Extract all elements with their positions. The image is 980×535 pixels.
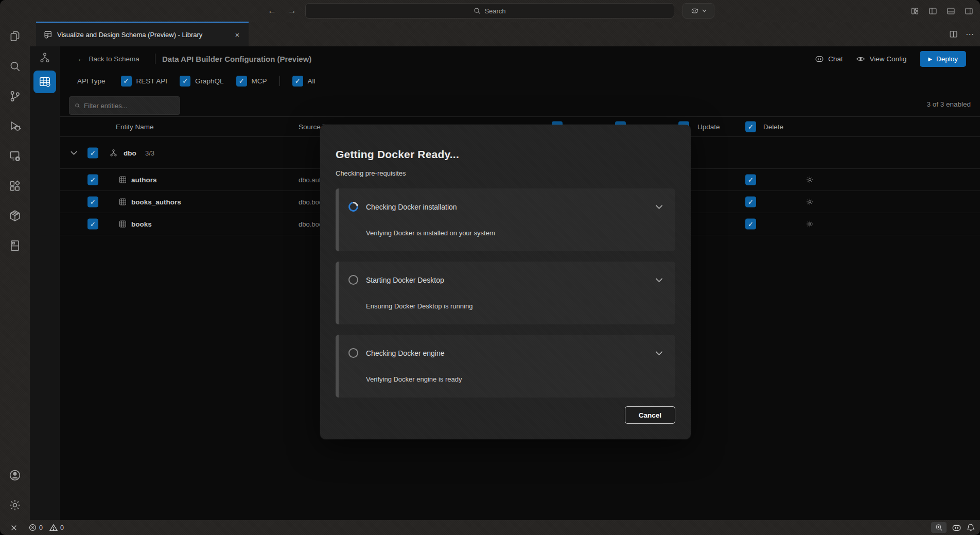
step-detail: Verifying Docker engine is ready (366, 375, 663, 383)
activity-bar (0, 22, 30, 520)
step-docker-installation[interactable]: Checking Docker installation Verifying D… (336, 188, 675, 251)
docker-ready-dialog: Getting Docker Ready... Checking pre-req… (320, 125, 691, 439)
history-forward-button[interactable]: → (288, 6, 296, 16)
remote-indicator-icon[interactable] (7, 524, 21, 531)
all-checkbox[interactable]: ✓ (292, 76, 303, 87)
command-center-search[interactable]: Search (305, 3, 674, 19)
page-header: ← Back to Schema Data API Builder Config… (60, 46, 980, 71)
dialog-subtitle: Checking pre-requisites (336, 169, 675, 177)
deploy-label: Deploy (936, 55, 958, 63)
dialog-title: Getting Docker Ready... (336, 148, 675, 161)
zoom-in-icon[interactable] (931, 522, 947, 533)
delete-checkbox[interactable]: ✓ (745, 175, 756, 185)
cancel-button[interactable]: Cancel (625, 406, 675, 424)
search-icon (75, 102, 80, 109)
entity-filter-input[interactable] (84, 102, 174, 110)
step-docker-engine[interactable]: Checking Docker engine Verifying Docker … (336, 335, 675, 398)
step-detail: Ensuring Docker Desktop is running (366, 302, 663, 310)
containers-icon[interactable] (0, 201, 30, 231)
row-settings-gear-icon[interactable] (806, 198, 814, 206)
table-icon (118, 176, 127, 184)
graphql-checkbox[interactable]: ✓ (180, 76, 190, 87)
back-arrow-icon: ← (77, 55, 84, 63)
table-icon (118, 198, 127, 206)
notifications-bell-icon[interactable] (967, 523, 975, 532)
table-icon (118, 220, 127, 229)
search-icon[interactable] (0, 51, 30, 81)
collapse-chevron-icon[interactable] (71, 150, 77, 155)
row-checkbox[interactable]: ✓ (87, 175, 98, 185)
warning-icon (49, 524, 58, 531)
delete-checkbox[interactable]: ✓ (745, 219, 756, 230)
filter-divider (279, 76, 280, 86)
run-and-debug-icon[interactable] (0, 111, 30, 141)
warning-count: 0 (60, 524, 64, 531)
filter-mcp[interactable]: ✓ MCP (236, 76, 267, 87)
entity-name: authors (131, 176, 157, 184)
step-title: Starting Docker Desktop (366, 276, 444, 284)
delete-all-checkbox[interactable]: ✓ (745, 122, 756, 132)
database-projects-icon[interactable] (0, 231, 30, 261)
graphql-label: GraphQL (195, 77, 224, 85)
mcp-label: MCP (252, 77, 267, 85)
table-configuration-icon[interactable] (33, 71, 56, 93)
split-editor-icon[interactable] (948, 29, 958, 39)
explorer-icon[interactable] (0, 22, 30, 51)
remote-explorer-icon[interactable] (0, 141, 30, 171)
row-settings-gear-icon[interactable] (806, 176, 814, 184)
tab-bar: Visualize and Design Schema (Preview) - … (30, 22, 980, 46)
mcp-checkbox[interactable]: ✓ (236, 76, 247, 87)
col-entity-name: Entity Name (116, 123, 154, 131)
col-delete: Delete (763, 123, 783, 131)
row-settings-gear-icon[interactable] (806, 220, 814, 229)
page-title: Data API Builder Configuration (Preview) (162, 46, 311, 71)
chevron-down-icon[interactable] (655, 278, 663, 283)
tab-close-icon[interactable]: × (232, 29, 242, 40)
titlebar: ← → Search (0, 0, 980, 22)
rest-api-checkbox[interactable]: ✓ (121, 76, 132, 87)
chevron-down-icon[interactable] (655, 351, 663, 356)
chat-button[interactable]: Chat (815, 55, 843, 63)
chevron-down-icon[interactable] (655, 204, 663, 210)
extensions-icon[interactable] (0, 171, 30, 201)
editor-content: ← Back to Schema Data API Builder Config… (30, 46, 980, 520)
schema-table-icon (43, 30, 52, 39)
error-count: 0 (39, 524, 43, 531)
source-control-icon[interactable] (0, 81, 30, 111)
problems-indicator[interactable]: 0 0 (26, 524, 67, 531)
entity-name: books (131, 220, 152, 228)
toggle-primary-sidebar-icon[interactable] (927, 6, 938, 16)
settings-gear-icon[interactable] (0, 490, 30, 520)
step-docker-desktop[interactable]: Starting Docker Desktop Ensuring Docker … (336, 262, 675, 324)
tab-visualize-schema[interactable]: Visualize and Design Schema (Preview) - … (36, 22, 249, 46)
filter-graphql[interactable]: ✓ GraphQL (180, 76, 224, 87)
history-back-button[interactable]: ← (268, 6, 276, 16)
row-checkbox[interactable]: ✓ (87, 197, 98, 208)
tab-title: Visualize and Design Schema (Preview) - … (57, 31, 227, 39)
entity-name: books_authors (131, 198, 181, 206)
copilot-status-icon[interactable] (952, 524, 961, 532)
api-type-label: API Type (77, 77, 106, 85)
editor-area: Visualize and Design Schema (Preview) - … (30, 22, 980, 520)
filter-all[interactable]: ✓ All (292, 76, 316, 87)
copilot-menu-button[interactable] (682, 3, 714, 19)
more-actions-icon[interactable]: ⋯ (966, 29, 974, 39)
schema-name: dbo (124, 149, 136, 157)
toggle-panel-icon[interactable] (946, 6, 956, 16)
copilot-icon (815, 55, 824, 63)
dab-configuration-page: ← Back to Schema Data API Builder Config… (60, 46, 980, 520)
back-to-schema-link[interactable]: ← Back to Schema (77, 46, 139, 71)
dbo-checkbox[interactable]: ✓ (87, 147, 98, 158)
filter-rest-api[interactable]: ✓ REST API (121, 76, 168, 87)
entity-filter-box (69, 96, 180, 115)
view-config-label: View Config (869, 55, 906, 63)
customize-layout-icon[interactable] (909, 6, 920, 16)
account-icon[interactable] (0, 460, 30, 490)
deploy-button[interactable]: ▶ Deploy (920, 51, 966, 67)
row-checkbox[interactable]: ✓ (87, 219, 98, 230)
toggle-secondary-sidebar-icon[interactable] (964, 6, 974, 16)
spinner-icon (346, 200, 360, 214)
schema-designer-icon[interactable] (33, 48, 56, 67)
delete-checkbox[interactable]: ✓ (745, 197, 756, 208)
view-config-button[interactable]: View Config (856, 55, 906, 63)
